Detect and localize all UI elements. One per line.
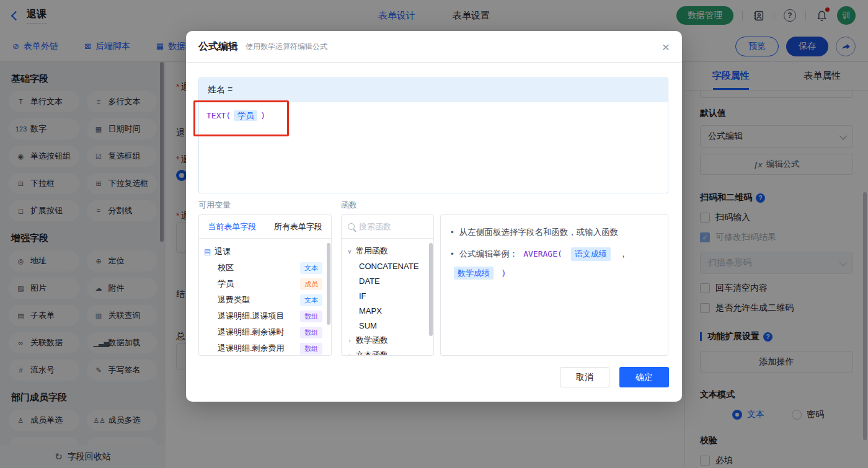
formula-target: 姓名 = (199, 78, 668, 102)
variables-list: ▤退课校区文本学员成员退费类型文本退课明细.退课项目数组退课明细.剩余课时数组退… (199, 239, 331, 356)
help-example-close: ) (502, 267, 505, 279)
variable-type-badge: 成员 (300, 278, 322, 290)
chevron-right-icon: › (347, 352, 353, 356)
functions-list: ∨常用函数CONCATENATEDATEIFMAPXSUM›数学函数›文本函数 (342, 239, 433, 356)
document-icon: ▤ (204, 247, 211, 256)
variable-form-row[interactable]: ▤退课 (204, 244, 327, 260)
formula-expression[interactable]: TEXT(学员) (199, 102, 668, 130)
variable-field-row[interactable]: 退课明细.退课项目数组 (204, 308, 327, 324)
function-item[interactable]: IF (347, 288, 431, 303)
variable-type-badge: 数组 (300, 311, 322, 322)
formula-editor-modal: 公式编辑 使用数学运算符编辑公式 × 姓名 = TEXT(学员) 可用变量 函数… (186, 31, 682, 402)
modal-title: 公式编辑 (198, 40, 238, 53)
variable-type-badge: 文本 (300, 294, 322, 306)
search-icon (348, 223, 355, 230)
function-group-name: 数学函数 (356, 335, 388, 346)
function-search[interactable]: 搜索函数 (342, 215, 433, 239)
variables-label: 可用变量 (198, 200, 231, 211)
variable-field-name: 校区 (218, 262, 234, 273)
variables-tab[interactable]: 所有表单字段 (265, 215, 332, 238)
variables-tabs: 当前表单字段所有表单字段 (199, 215, 331, 239)
variables-panel: 当前表单字段所有表单字段 ▤退课校区文本学员成员退费类型文本退课明细.退课项目数… (198, 214, 332, 356)
variables-tab[interactable]: 当前表单字段 (199, 215, 265, 238)
variables-scrollbar[interactable] (327, 243, 330, 325)
help-line-2: 公式编辑举例： AVERAGE( 语文成绩 ， 数学成绩 ) (451, 247, 658, 280)
variable-field-name: 学员 (218, 278, 234, 289)
help-line-1-text: 从左侧面板选择字段名和函数，或输入函数 (459, 226, 619, 239)
function-group-name: 文本函数 (356, 350, 388, 356)
function-group-row[interactable]: ›数学函数 (347, 333, 431, 348)
function-item[interactable]: CONCATENATE (347, 258, 431, 273)
functions-scrollbar[interactable] (429, 243, 433, 336)
help-panel: 从左侧面板选择字段名和函数，或输入函数 公式编辑举例： AVERAGE( 语文成… (440, 214, 668, 356)
variable-field-name: 退课明细.剩余课时 (218, 327, 285, 338)
help-example-fn: AVERAGE( (523, 248, 562, 260)
variable-field-row[interactable]: 退费类型文本 (204, 292, 327, 308)
functions-label: 函数 (341, 200, 357, 211)
formula-editor-box[interactable]: 姓名 = TEXT(学员) (198, 77, 668, 193)
modal-header: 公式编辑 使用数学运算符编辑公式 × (186, 31, 682, 63)
variable-field-row[interactable]: 学员成员 (204, 276, 327, 292)
function-search-placeholder: 搜索函数 (359, 221, 391, 232)
formula-close-paren: ) (260, 111, 265, 120)
variable-field-name: 退课明细.退课项目 (218, 311, 285, 322)
help-example-chip-2: 数学成绩 (454, 267, 494, 280)
confirm-button[interactable]: 确定 (619, 367, 669, 387)
help-line-1: 从左侧面板选择字段名和函数，或输入函数 (451, 226, 658, 239)
function-group-row[interactable]: ›文本函数 (347, 348, 431, 356)
function-group-name: 常用函数 (356, 245, 388, 257)
help-example-comma: ， (619, 248, 628, 260)
variable-field-name: 退费类型 (218, 294, 250, 306)
variable-field-row[interactable]: 退课明细.剩余费用数组 (204, 340, 327, 356)
variable-form-name: 退课 (215, 246, 231, 257)
formula-field-chip[interactable]: 学员 (234, 110, 257, 121)
variable-field-name: 退课明细.剩余费用 (218, 343, 285, 354)
variable-type-badge: 数组 (300, 327, 322, 338)
modal-subtitle: 使用数学运算符编辑公式 (246, 42, 327, 52)
cancel-button[interactable]: 取消 (560, 367, 609, 387)
variable-type-badge: 文本 (300, 262, 322, 274)
close-icon[interactable]: × (662, 40, 670, 53)
variable-type-badge: 数组 (300, 343, 322, 355)
chevron-right-icon: › (347, 337, 353, 344)
functions-panel: 搜索函数 ∨常用函数CONCATENATEDATEIFMAPXSUM›数学函数›… (341, 214, 434, 356)
function-item[interactable]: SUM (347, 318, 431, 333)
help-example-prefix: 公式编辑举例： (459, 248, 518, 260)
variable-field-row[interactable]: 校区文本 (204, 260, 327, 276)
function-group-row[interactable]: ∨常用函数 (347, 244, 431, 258)
function-item[interactable]: MAPX (347, 303, 431, 318)
chevron-down-icon: ∨ (347, 248, 353, 255)
variable-field-row[interactable]: 退课明细.剩余课时数组 (204, 324, 327, 340)
function-item[interactable]: DATE (347, 273, 431, 288)
formula-function-token: TEXT( (206, 111, 231, 120)
help-example-chip-1: 语文成绩 (571, 247, 611, 261)
